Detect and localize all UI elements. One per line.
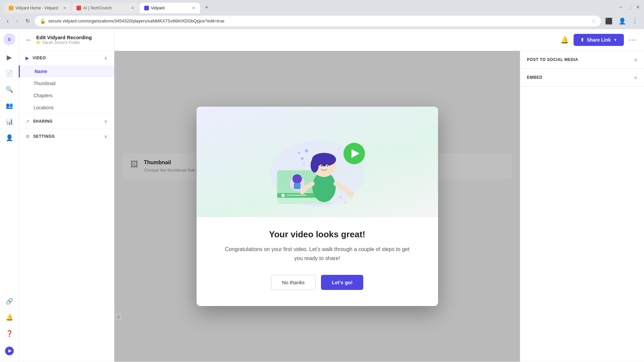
- modal-overlay: Your video looks great! Congratulations …: [114, 51, 520, 362]
- minimize-icon[interactable]: ─: [619, 4, 622, 10]
- svg-point-27: [344, 201, 347, 203]
- svg-point-18: [327, 165, 328, 167]
- top-bar: 🔔 ⬆ Share Link ▼ ⋯: [114, 29, 644, 51]
- video-section-label: VIDEO: [33, 56, 46, 60]
- post-to-social-panel: POST TO SOCIAL MEDIA ∨: [520, 51, 644, 69]
- svg-point-9: [292, 174, 302, 184]
- svg-point-17: [321, 165, 322, 167]
- svg-point-14: [311, 158, 319, 173]
- nav-item-chapters[interactable]: Chapters: [19, 89, 114, 102]
- icon-sidebar: S ▶ 📄 🔍 👥 📊 👤 🔗 🔔 ❓: [0, 29, 19, 362]
- sharing-section-header[interactable]: ↗ SHARING ∨: [19, 114, 114, 129]
- play-section-icon: ▶: [25, 55, 29, 61]
- avatar[interactable]: S: [3, 33, 15, 45]
- video-section-header[interactable]: ▶ VIDEO ∧: [19, 51, 114, 65]
- tab1-close[interactable]: ✕: [63, 6, 66, 10]
- modal-description: Congratulations on your first video. Let…: [223, 245, 411, 263]
- page-title: Edit Vidyard Recording: [36, 35, 92, 40]
- settings-icon: ⚙: [25, 134, 30, 139]
- tab-vidyard-active[interactable]: Vidyard ✕: [140, 3, 200, 13]
- share-dropdown-icon: ▼: [613, 38, 617, 42]
- right-panels: POST TO SOCIAL MEDIA ∨ EMBED ∨: [520, 51, 644, 362]
- video-section-chevron: ∧: [104, 55, 107, 61]
- svg-point-26: [339, 195, 342, 199]
- no-thanks-button[interactable]: No thanks: [271, 275, 316, 290]
- share-link-button[interactable]: ⬆ Share Link ▼: [574, 34, 624, 46]
- nav-item-name[interactable]: Name: [19, 65, 114, 77]
- sharing-section-chevron: ∨: [104, 119, 107, 124]
- settings-section: ⚙ SETTINGS ∨: [19, 129, 114, 144]
- window-controls: ─ ⬜ ✕: [619, 4, 640, 12]
- url-text: secure.vidyard.com/organizations/3454320…: [48, 18, 588, 23]
- sidebar-icon-team[interactable]: 👥: [3, 99, 16, 112]
- sidebar-icon-analytics[interactable]: 📊: [3, 115, 16, 128]
- more-browser-icon[interactable]: ⋮: [630, 16, 640, 26]
- modal-actions: No thanks Let’s go!: [223, 275, 411, 290]
- nav-sidebar: ← Edit Vidyard Recording 📁 Sarah Jonas's…: [19, 29, 114, 362]
- modal-illustration-svg: [250, 113, 384, 210]
- folder-icon: 📁: [36, 41, 41, 45]
- sidebar-icon-notifications[interactable]: 🔔: [3, 311, 16, 324]
- address-bar[interactable]: 🔒 secure.vidyard.com/organizations/34543…: [35, 15, 601, 26]
- tab-vidyard-home[interactable]: Vidyard Home - Vidyard ✕: [4, 3, 71, 13]
- share-icon: ⬆: [580, 37, 584, 43]
- browser-chrome: Vidyard Home - Vidyard ✕ AI | TechCrunch…: [0, 0, 644, 29]
- sidebar-icon-contacts[interactable]: 👤: [3, 131, 16, 144]
- back-nav-icon[interactable]: ‹: [4, 16, 11, 26]
- tab3-close[interactable]: ✕: [192, 6, 195, 10]
- forward-nav-icon[interactable]: ›: [13, 16, 21, 26]
- svg-point-6: [281, 194, 285, 197]
- svg-point-23: [298, 152, 300, 154]
- sidebar-icon-search[interactable]: 🔍: [3, 83, 16, 96]
- embed-header[interactable]: EMBED ∨: [520, 69, 644, 86]
- refresh-icon[interactable]: ↻: [23, 16, 33, 25]
- center-content: 🖼 Thumbnail Choose the thumbnail that is…: [114, 51, 520, 362]
- settings-section-label: SETTINGS: [33, 134, 55, 139]
- sidebar-icon-videos[interactable]: 📄: [3, 67, 16, 80]
- more-options-icon[interactable]: ⋯: [629, 36, 636, 44]
- tab3-title: Vidyard: [151, 6, 190, 10]
- notification-bell-icon[interactable]: 🔔: [560, 36, 569, 44]
- tab2-close[interactable]: ✕: [131, 6, 134, 10]
- modal-body: Your video looks great! Congratulations …: [197, 217, 438, 306]
- sharing-section-label: SHARING: [33, 119, 53, 124]
- svg-point-24: [305, 149, 308, 153]
- extensions-icon[interactable]: ⬛: [603, 16, 614, 26]
- sidebar-icon-home[interactable]: ▶: [3, 51, 16, 64]
- modal-title: Your video looks great!: [223, 229, 411, 240]
- breadcrumb: Sarah Jonas's Folder: [42, 40, 80, 45]
- tab-techcrunch[interactable]: AI | TechCrunch ✕: [72, 3, 139, 13]
- svg-point-22: [301, 157, 304, 160]
- sharing-section: ↗ SHARING ∨: [19, 114, 114, 129]
- svg-rect-10: [294, 183, 301, 189]
- maximize-icon[interactable]: ⬜: [626, 4, 632, 10]
- svg-point-25: [303, 163, 305, 165]
- lock-icon: 🔒: [40, 18, 46, 24]
- tab1-title: Vidyard Home - Vidyard: [15, 6, 61, 10]
- lets-go-button[interactable]: Let’s go!: [321, 275, 363, 290]
- close-icon[interactable]: ✕: [636, 4, 640, 10]
- modal: Your video looks great! Congratulations …: [197, 107, 438, 306]
- post-to-social-header[interactable]: POST TO SOCIAL MEDIA ∨: [520, 51, 644, 68]
- embed-label: EMBED: [527, 75, 542, 80]
- embed-chevron: ∨: [634, 75, 637, 80]
- embed-panel: EMBED ∨: [520, 69, 644, 86]
- sidebar-icon-help[interactable]: ❓: [3, 327, 16, 340]
- settings-section-chevron: ∨: [104, 134, 107, 139]
- svg-point-28: [349, 197, 353, 201]
- browser-tabs: Vidyard Home - Vidyard ✕ AI | TechCrunch…: [4, 3, 618, 13]
- modal-illustration: [197, 107, 438, 217]
- back-button[interactable]: ←: [25, 36, 32, 44]
- svg-point-19: [349, 192, 354, 197]
- nav-item-locations[interactable]: Locations: [19, 102, 114, 114]
- sidebar-icon-integrations[interactable]: 🔗: [3, 295, 16, 308]
- profile-icon[interactable]: 👤: [616, 16, 628, 26]
- video-section: ▶ VIDEO ∧ Name Thumbnail Chapters Locati…: [19, 51, 114, 114]
- new-tab-button[interactable]: +: [202, 3, 211, 12]
- settings-section-header[interactable]: ⚙ SETTINGS ∨: [19, 129, 114, 144]
- sharing-icon: ↗: [25, 119, 30, 124]
- share-btn-label: Share Link: [587, 37, 611, 43]
- svg-rect-7: [286, 195, 307, 196]
- bookmark-icon[interactable]: ☆: [591, 18, 596, 24]
- nav-item-thumbnail[interactable]: Thumbnail: [19, 77, 114, 89]
